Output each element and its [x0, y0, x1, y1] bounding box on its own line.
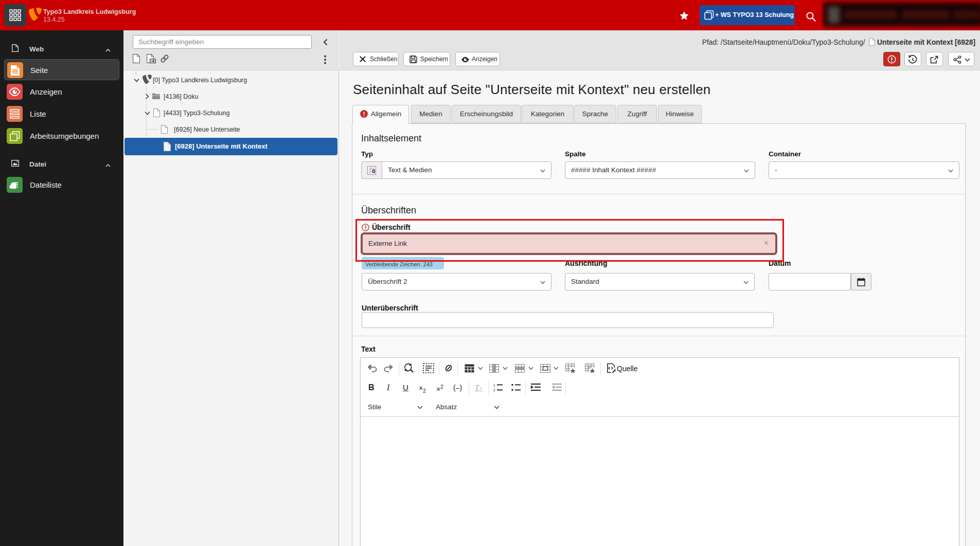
svg-text:2: 2: [493, 388, 495, 391]
svg-text:1: 1: [493, 384, 495, 387]
